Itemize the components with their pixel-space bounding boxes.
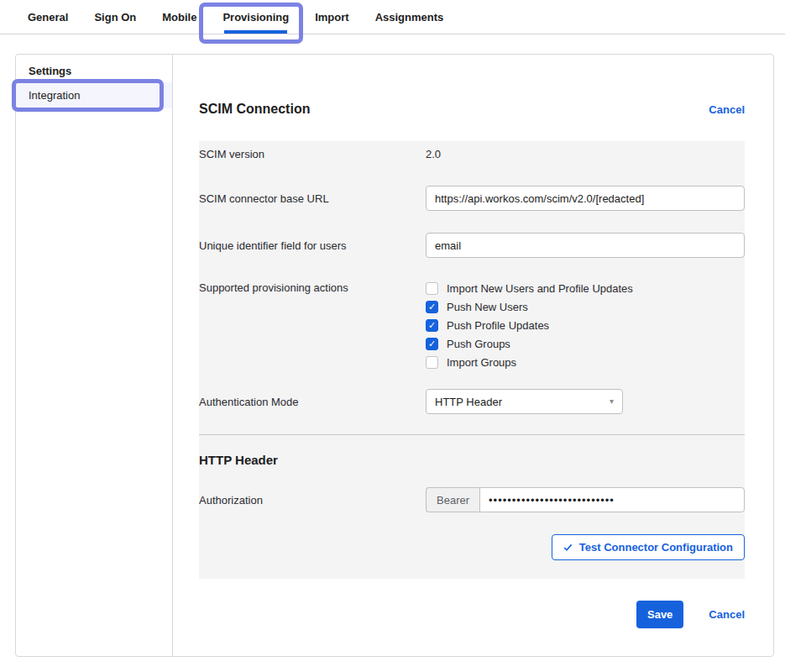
auth-mode-selected-value: HTTP Header bbox=[435, 396, 502, 408]
checkbox-push-profile-updates-label: Push Profile Updates bbox=[447, 319, 549, 332]
content-header: SCIM Connection Cancel bbox=[199, 102, 745, 117]
authorization-row: Authorization Bearer bbox=[199, 487, 745, 512]
tab-mobile[interactable]: Mobile bbox=[162, 0, 196, 34]
base-url-row: SCIM connector base URL bbox=[199, 186, 745, 211]
scim-version-value: 2.0 bbox=[426, 148, 745, 160]
scim-version-label: SCIM version bbox=[199, 148, 426, 160]
provisioning-actions-label: Supported provisioning actions bbox=[199, 280, 426, 372]
http-header-section-title: HTTP Header bbox=[199, 435, 745, 467]
sidebar-title: Settings bbox=[16, 58, 172, 82]
cancel-link-top[interactable]: Cancel bbox=[709, 103, 745, 116]
page-title: SCIM Connection bbox=[199, 102, 310, 117]
checkbox-push-groups[interactable]: ✓ bbox=[426, 338, 438, 350]
unique-id-row: Unique identifier field for users bbox=[199, 233, 745, 258]
checkbox-push-profile-updates[interactable]: ✓ bbox=[426, 319, 438, 332]
checkbox-push-new-users-label: Push New Users bbox=[447, 301, 528, 313]
test-connector-button[interactable]: Test Connector Configuration bbox=[552, 534, 745, 560]
settings-panel: Settings Integration SCIM Connection Can… bbox=[15, 54, 774, 657]
check-icon bbox=[563, 543, 573, 552]
scim-connection-form: SCIM version 2.0 SCIM connector base URL… bbox=[199, 141, 745, 579]
tab-provisioning[interactable]: Provisioning bbox=[222, 0, 289, 34]
scim-version-row: SCIM version 2.0 bbox=[199, 148, 745, 160]
tab-import[interactable]: Import bbox=[315, 0, 348, 34]
test-connector-row: Test Connector Configuration bbox=[199, 512, 745, 579]
scim-connection-content: SCIM Connection Cancel SCIM version 2.0 … bbox=[173, 55, 773, 656]
unique-id-input[interactable] bbox=[426, 233, 745, 258]
save-button[interactable]: Save bbox=[636, 601, 683, 628]
bearer-prefix: Bearer bbox=[426, 487, 479, 512]
checkbox-push-new-users[interactable]: ✓ bbox=[426, 301, 438, 313]
checkbox-import-users[interactable] bbox=[426, 282, 438, 295]
checkbox-import-groups[interactable] bbox=[426, 356, 438, 369]
checkbox-import-groups-label: Import Groups bbox=[447, 356, 516, 369]
base-url-input[interactable] bbox=[426, 186, 745, 211]
unique-id-label: Unique identifier field for users bbox=[199, 233, 426, 258]
sidebar-item-integration-label: Integration bbox=[29, 89, 80, 102]
form-footer: Save Cancel bbox=[199, 601, 745, 628]
auth-mode-label: Authentication Mode bbox=[199, 389, 426, 414]
auth-mode-select[interactable]: HTTP Header ▾ bbox=[426, 389, 623, 414]
auth-mode-row: Authentication Mode HTTP Header ▾ bbox=[199, 389, 745, 414]
sidebar-item-integration[interactable]: Integration bbox=[16, 82, 172, 108]
authorization-input-group: Bearer bbox=[426, 487, 745, 512]
checkbox-row-import-groups: Import Groups bbox=[426, 354, 745, 371]
tab-general[interactable]: General bbox=[28, 0, 68, 34]
checkbox-row-push-profile-updates: ✓ Push Profile Updates bbox=[426, 317, 745, 334]
checkbox-push-groups-label: Push Groups bbox=[447, 338, 510, 350]
test-connector-button-label: Test Connector Configuration bbox=[579, 541, 733, 554]
tab-sign-on[interactable]: Sign On bbox=[94, 0, 136, 34]
authorization-label: Authorization bbox=[199, 487, 426, 512]
highlight-annotation-provisioning bbox=[199, 3, 303, 44]
cancel-link-bottom[interactable]: Cancel bbox=[709, 608, 745, 621]
app-tab-bar: General Sign On Mobile Provisioning Impo… bbox=[0, 0, 785, 34]
checkbox-row-push-new-users: ✓ Push New Users bbox=[426, 298, 745, 316]
tab-assignments[interactable]: Assignments bbox=[375, 0, 444, 34]
settings-sidebar: Settings Integration bbox=[16, 55, 173, 656]
provisioning-actions-row: Supported provisioning actions Import Ne… bbox=[199, 280, 745, 372]
checkbox-row-import-users: Import New Users and Profile Updates bbox=[426, 280, 745, 297]
tab-provisioning-label: Provisioning bbox=[222, 11, 289, 24]
checkbox-row-push-groups: ✓ Push Groups bbox=[426, 335, 745, 353]
chevron-down-icon: ▾ bbox=[610, 397, 614, 406]
authorization-token-input[interactable] bbox=[479, 487, 745, 512]
base-url-label: SCIM connector base URL bbox=[199, 186, 426, 211]
checkbox-import-users-label: Import New Users and Profile Updates bbox=[447, 282, 633, 295]
